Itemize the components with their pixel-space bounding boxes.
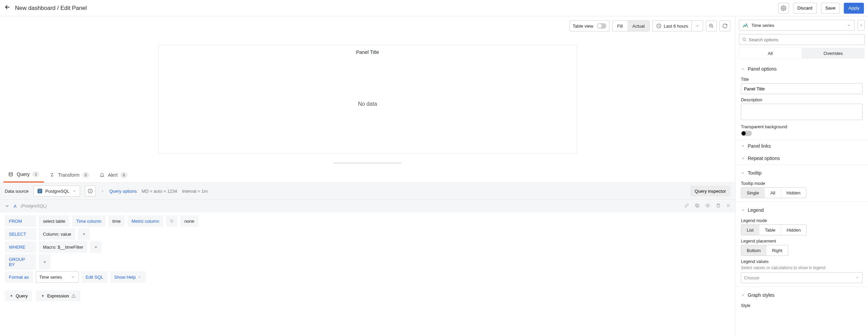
legend-values-desc: Select values or calculations to show in… [741, 265, 863, 272]
query-options-link[interactable]: Query options [109, 189, 137, 194]
section-legend[interactable]: Legend [741, 205, 863, 215]
time-series-icon [743, 23, 749, 28]
legend-bottom[interactable]: Bottom [741, 245, 766, 255]
transparent-bg-toggle[interactable] [741, 131, 752, 136]
legend-placement-segment[interactable]: Bottom Right [741, 245, 788, 256]
discard-button[interactable]: Discard [793, 3, 817, 14]
time-range-picker[interactable]: Last 6 hours [652, 20, 703, 31]
svg-rect-7 [696, 205, 699, 207]
description-label: Description [741, 94, 863, 104]
tab-transform[interactable]: Transform 0 [45, 167, 94, 182]
database-icon [8, 172, 13, 177]
table-view-toggle[interactable]: Table view [570, 20, 609, 31]
section-tooltip[interactable]: Tooltip [741, 168, 863, 178]
data-source-select[interactable]: PostgreSQL [33, 186, 80, 196]
save-button[interactable]: Save [821, 3, 840, 14]
chevron-down-icon[interactable] [5, 204, 10, 208]
edit-query-name-icon[interactable] [684, 203, 689, 209]
data-source-help-button[interactable] [85, 186, 96, 196]
clock-icon [656, 23, 662, 29]
add-query-button[interactable]: ＋ Query [5, 290, 32, 301]
search-options-input-wrapper[interactable] [739, 34, 865, 45]
delete-query-icon[interactable] [716, 203, 721, 209]
refresh-button[interactable] [719, 20, 730, 31]
show-help-link[interactable]: Show Help [110, 271, 145, 283]
tooltip-mode-segment[interactable]: Single All Hidden [741, 187, 806, 198]
tooltip-all[interactable]: All [765, 188, 781, 198]
legend-table[interactable]: Table [759, 225, 781, 235]
apply-button[interactable]: Apply [844, 3, 864, 14]
panel-title: Panel Title [356, 45, 379, 55]
settings-button[interactable] [778, 3, 789, 14]
metric-column-value[interactable]: none [180, 215, 198, 227]
section-graph-styles[interactable]: Graph styles [741, 290, 863, 300]
duplicate-query-icon[interactable] [695, 203, 700, 209]
tab-overrides[interactable]: Overrides [802, 48, 865, 59]
chevron-down-icon [855, 276, 859, 280]
drag-handle-icon[interactable] [726, 203, 730, 209]
svg-point-3 [9, 172, 13, 174]
format-as-select[interactable]: Time series [36, 271, 79, 283]
query-letter[interactable]: A [14, 204, 17, 209]
resize-handle[interactable] [334, 162, 402, 164]
from-table-select[interactable]: select table [39, 215, 69, 227]
actual-option[interactable]: Actual [627, 21, 649, 31]
search-options-input[interactable] [749, 37, 862, 42]
toggle-visibility-icon[interactable] [705, 203, 710, 209]
refresh-icon [722, 23, 728, 29]
chevron-right-icon[interactable] [100, 189, 105, 193]
svg-point-6 [90, 190, 91, 190]
metric-info-icon[interactable] [166, 215, 177, 227]
legend-hidden[interactable]: Hidden [781, 225, 806, 235]
svg-point-12 [727, 205, 728, 206]
viz-type-label: Time series [751, 23, 774, 28]
section-repeat-options[interactable]: Repeat options [735, 152, 868, 165]
search-icon [742, 37, 747, 42]
fill-option[interactable]: Fill [613, 21, 628, 31]
tab-all[interactable]: All [739, 48, 802, 59]
svg-point-11 [729, 204, 729, 205]
legend-list[interactable]: List [741, 225, 759, 235]
tab-query[interactable]: Query 1 [3, 167, 44, 182]
chevron-down-icon [847, 23, 851, 27]
chevron-down-icon[interactable] [692, 24, 703, 28]
legend-right[interactable]: Right [766, 245, 788, 255]
chevron-right-icon [741, 144, 745, 148]
tooltip-hidden[interactable]: Hidden [781, 188, 806, 198]
svg-point-0 [783, 8, 784, 9]
tab-alert[interactable]: Alert 0 [95, 167, 132, 182]
section-panel-options[interactable]: Panel options [741, 64, 863, 74]
panel-title-input[interactable] [741, 83, 863, 94]
svg-point-9 [707, 205, 709, 206]
info-icon [88, 188, 93, 194]
legend-values-select[interactable]: Choose [741, 272, 863, 283]
add-where-button[interactable]: ＋ [90, 241, 102, 253]
add-expression-button[interactable]: ＋ Expression [36, 290, 80, 301]
panel-description-input[interactable] [741, 104, 863, 120]
tooltip-single[interactable]: Single [741, 188, 765, 198]
edit-sql-link[interactable]: Edit SQL [81, 271, 107, 283]
collapse-panel-button[interactable] [857, 20, 865, 31]
tooltip-mode-label: Tooltip mode [741, 178, 863, 187]
zoom-out-icon [709, 23, 714, 29]
panel-preview: Panel Title No data [158, 45, 577, 154]
time-column-value[interactable]: time [108, 215, 125, 227]
legend-mode-segment[interactable]: List Table Hidden [741, 224, 807, 235]
visualization-picker[interactable]: Time series [739, 20, 855, 31]
time-range-label: Last 6 hours [664, 24, 688, 29]
section-panel-links[interactable]: Panel links [735, 140, 868, 152]
plus-icon: ＋ [9, 293, 14, 299]
where-macro[interactable]: Macro: $__timeFilter [39, 241, 87, 253]
chevron-down-icon [741, 67, 745, 71]
zoom-out-button[interactable] [706, 20, 717, 31]
select-column-value[interactable]: Column: value [39, 228, 75, 240]
query-inspector-button[interactable]: Query inspector [690, 186, 730, 196]
title-label: Title [741, 74, 863, 83]
groupby-keyword: GROUP BY [5, 254, 36, 270]
back-arrow-icon[interactable] [4, 4, 11, 13]
add-select-button[interactable]: ＋ [78, 228, 90, 240]
fill-actual-segment[interactable]: Fill Actual [612, 20, 650, 31]
legend-mode-label: Legend mode [741, 215, 863, 224]
svg-point-15 [729, 206, 729, 207]
add-groupby-button[interactable]: ＋ [39, 254, 50, 270]
